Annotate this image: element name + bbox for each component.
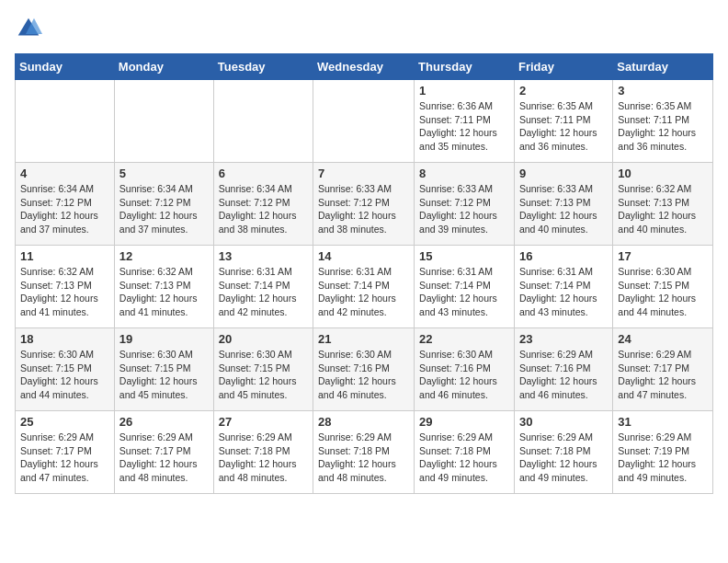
col-header-friday: Friday bbox=[514, 54, 612, 80]
calendar-cell: 9Sunrise: 6:33 AM Sunset: 7:13 PM Daylig… bbox=[514, 163, 612, 246]
calendar-cell: 3Sunrise: 6:35 AM Sunset: 7:11 PM Daylig… bbox=[613, 80, 713, 163]
calendar-cell: 6Sunrise: 6:34 AM Sunset: 7:12 PM Daylig… bbox=[213, 163, 313, 246]
day-number: 5 bbox=[119, 167, 209, 180]
day-info: Sunrise: 6:34 AM Sunset: 7:12 PM Dayligh… bbox=[219, 182, 308, 236]
col-header-thursday: Thursday bbox=[415, 54, 515, 80]
day-info: Sunrise: 6:29 AM Sunset: 7:16 PM Dayligh… bbox=[519, 348, 608, 402]
col-header-tuesday: Tuesday bbox=[213, 54, 313, 80]
day-number: 16 bbox=[519, 249, 608, 263]
day-info: Sunrise: 6:29 AM Sunset: 7:19 PM Dayligh… bbox=[618, 431, 708, 485]
calendar-cell: 24Sunrise: 6:29 AM Sunset: 7:17 PM Dayli… bbox=[613, 328, 713, 411]
day-number: 15 bbox=[419, 249, 509, 263]
day-info: Sunrise: 6:35 AM Sunset: 7:11 PM Dayligh… bbox=[618, 99, 708, 154]
day-number: 2 bbox=[519, 84, 608, 98]
day-info: Sunrise: 6:30 AM Sunset: 7:16 PM Dayligh… bbox=[419, 348, 509, 402]
calendar-cell bbox=[213, 80, 313, 163]
day-number: 1 bbox=[419, 84, 509, 98]
day-number: 31 bbox=[618, 415, 708, 429]
day-info: Sunrise: 6:30 AM Sunset: 7:16 PM Dayligh… bbox=[318, 348, 409, 402]
day-number: 17 bbox=[618, 249, 708, 263]
calendar-cell: 25Sunrise: 6:29 AM Sunset: 7:17 PM Dayli… bbox=[16, 411, 115, 494]
calendar-cell: 17Sunrise: 6:30 AM Sunset: 7:15 PM Dayli… bbox=[613, 246, 713, 328]
day-info: Sunrise: 6:29 AM Sunset: 7:18 PM Dayligh… bbox=[219, 431, 308, 485]
calendar-cell: 27Sunrise: 6:29 AM Sunset: 7:18 PM Dayli… bbox=[213, 411, 313, 494]
logo bbox=[15, 15, 46, 42]
day-number: 3 bbox=[618, 84, 708, 98]
day-info: Sunrise: 6:30 AM Sunset: 7:15 PM Dayligh… bbox=[20, 348, 109, 402]
day-number: 19 bbox=[119, 332, 209, 346]
day-info: Sunrise: 6:33 AM Sunset: 7:12 PM Dayligh… bbox=[318, 182, 409, 236]
day-number: 25 bbox=[20, 415, 109, 429]
day-number: 26 bbox=[119, 415, 209, 429]
col-header-monday: Monday bbox=[114, 54, 213, 80]
calendar-cell: 26Sunrise: 6:29 AM Sunset: 7:17 PM Dayli… bbox=[114, 411, 213, 494]
calendar-cell: 11Sunrise: 6:32 AM Sunset: 7:13 PM Dayli… bbox=[16, 246, 115, 328]
calendar-cell: 14Sunrise: 6:31 AM Sunset: 7:14 PM Dayli… bbox=[313, 246, 415, 328]
day-info: Sunrise: 6:34 AM Sunset: 7:12 PM Dayligh… bbox=[119, 182, 209, 236]
page-header bbox=[15, 15, 713, 42]
day-number: 29 bbox=[419, 415, 509, 429]
day-number: 21 bbox=[318, 332, 409, 346]
day-info: Sunrise: 6:35 AM Sunset: 7:11 PM Dayligh… bbox=[519, 99, 608, 154]
day-number: 13 bbox=[219, 249, 308, 263]
calendar-cell: 18Sunrise: 6:30 AM Sunset: 7:15 PM Dayli… bbox=[16, 328, 115, 411]
day-number: 11 bbox=[20, 249, 109, 263]
col-header-wednesday: Wednesday bbox=[313, 54, 415, 80]
calendar-cell: 15Sunrise: 6:31 AM Sunset: 7:14 PM Dayli… bbox=[415, 246, 515, 328]
day-info: Sunrise: 6:33 AM Sunset: 7:12 PM Dayligh… bbox=[419, 182, 509, 236]
day-number: 22 bbox=[419, 332, 509, 346]
calendar-cell: 13Sunrise: 6:31 AM Sunset: 7:14 PM Dayli… bbox=[213, 246, 313, 328]
calendar-cell: 22Sunrise: 6:30 AM Sunset: 7:16 PM Dayli… bbox=[415, 328, 515, 411]
day-info: Sunrise: 6:29 AM Sunset: 7:18 PM Dayligh… bbox=[419, 431, 509, 485]
day-number: 7 bbox=[318, 167, 409, 180]
calendar-cell: 7Sunrise: 6:33 AM Sunset: 7:12 PM Daylig… bbox=[313, 163, 415, 246]
calendar-cell: 31Sunrise: 6:29 AM Sunset: 7:19 PM Dayli… bbox=[613, 411, 713, 494]
day-info: Sunrise: 6:32 AM Sunset: 7:13 PM Dayligh… bbox=[20, 265, 109, 319]
day-number: 14 bbox=[318, 249, 409, 263]
day-info: Sunrise: 6:36 AM Sunset: 7:11 PM Dayligh… bbox=[419, 99, 509, 154]
calendar-cell bbox=[114, 80, 213, 163]
day-info: Sunrise: 6:32 AM Sunset: 7:13 PM Dayligh… bbox=[618, 182, 708, 236]
calendar-cell: 12Sunrise: 6:32 AM Sunset: 7:13 PM Dayli… bbox=[114, 246, 213, 328]
day-info: Sunrise: 6:31 AM Sunset: 7:14 PM Dayligh… bbox=[419, 265, 509, 319]
col-header-saturday: Saturday bbox=[613, 54, 713, 80]
week-row-1: 1Sunrise: 6:36 AM Sunset: 7:11 PM Daylig… bbox=[16, 80, 713, 163]
day-info: Sunrise: 6:30 AM Sunset: 7:15 PM Dayligh… bbox=[119, 348, 209, 402]
calendar-cell: 20Sunrise: 6:30 AM Sunset: 7:15 PM Dayli… bbox=[213, 328, 313, 411]
day-info: Sunrise: 6:29 AM Sunset: 7:17 PM Dayligh… bbox=[618, 348, 708, 402]
calendar-cell bbox=[313, 80, 415, 163]
day-number: 9 bbox=[519, 167, 608, 180]
calendar-cell bbox=[16, 80, 115, 163]
day-number: 27 bbox=[219, 415, 308, 429]
day-number: 20 bbox=[219, 332, 308, 346]
day-info: Sunrise: 6:32 AM Sunset: 7:13 PM Dayligh… bbox=[119, 265, 209, 319]
day-info: Sunrise: 6:34 AM Sunset: 7:12 PM Dayligh… bbox=[20, 182, 109, 236]
day-info: Sunrise: 6:29 AM Sunset: 7:17 PM Dayligh… bbox=[119, 431, 209, 485]
day-number: 12 bbox=[119, 249, 209, 263]
day-number: 30 bbox=[519, 415, 608, 429]
calendar-cell: 30Sunrise: 6:29 AM Sunset: 7:18 PM Dayli… bbox=[514, 411, 612, 494]
day-info: Sunrise: 6:29 AM Sunset: 7:18 PM Dayligh… bbox=[519, 431, 608, 485]
calendar-cell: 23Sunrise: 6:29 AM Sunset: 7:16 PM Dayli… bbox=[514, 328, 612, 411]
day-number: 28 bbox=[318, 415, 409, 429]
day-number: 18 bbox=[20, 332, 109, 346]
week-row-5: 25Sunrise: 6:29 AM Sunset: 7:17 PM Dayli… bbox=[16, 411, 713, 494]
calendar-cell: 29Sunrise: 6:29 AM Sunset: 7:18 PM Dayli… bbox=[415, 411, 515, 494]
day-number: 6 bbox=[219, 167, 308, 180]
calendar-cell: 16Sunrise: 6:31 AM Sunset: 7:14 PM Dayli… bbox=[514, 246, 612, 328]
day-number: 23 bbox=[519, 332, 608, 346]
calendar-cell: 8Sunrise: 6:33 AM Sunset: 7:12 PM Daylig… bbox=[415, 163, 515, 246]
day-info: Sunrise: 6:31 AM Sunset: 7:14 PM Dayligh… bbox=[519, 265, 608, 319]
calendar-cell: 4Sunrise: 6:34 AM Sunset: 7:12 PM Daylig… bbox=[16, 163, 115, 246]
day-info: Sunrise: 6:29 AM Sunset: 7:18 PM Dayligh… bbox=[318, 431, 409, 485]
calendar-cell: 28Sunrise: 6:29 AM Sunset: 7:18 PM Dayli… bbox=[313, 411, 415, 494]
calendar-cell: 10Sunrise: 6:32 AM Sunset: 7:13 PM Dayli… bbox=[613, 163, 713, 246]
day-info: Sunrise: 6:29 AM Sunset: 7:17 PM Dayligh… bbox=[20, 431, 109, 485]
day-number: 4 bbox=[20, 167, 109, 180]
day-info: Sunrise: 6:31 AM Sunset: 7:14 PM Dayligh… bbox=[219, 265, 308, 319]
day-info: Sunrise: 6:31 AM Sunset: 7:14 PM Dayligh… bbox=[318, 265, 409, 319]
week-row-2: 4Sunrise: 6:34 AM Sunset: 7:12 PM Daylig… bbox=[16, 163, 713, 246]
calendar-cell: 1Sunrise: 6:36 AM Sunset: 7:11 PM Daylig… bbox=[415, 80, 515, 163]
day-number: 8 bbox=[419, 167, 509, 180]
calendar-cell: 5Sunrise: 6:34 AM Sunset: 7:12 PM Daylig… bbox=[114, 163, 213, 246]
